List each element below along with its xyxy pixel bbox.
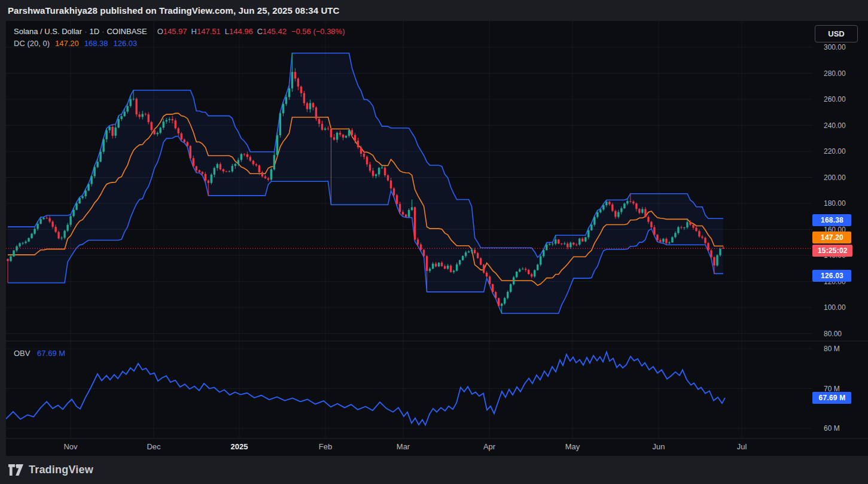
axis-badge-6769M: 67.69 M bbox=[812, 392, 851, 404]
ohlc-value-O: 145.97 bbox=[163, 27, 187, 36]
brand-name[interactable]: TradingView bbox=[29, 464, 93, 476]
price-tick-240: 240.00 bbox=[818, 121, 846, 130]
price-tick-200: 200.00 bbox=[818, 173, 846, 182]
ohlc-value-L: 144.96 bbox=[229, 27, 253, 36]
time-label-Dec[interactable]: Dec bbox=[147, 442, 160, 451]
footer-bar: TradingView bbox=[0, 456, 868, 484]
ohlc-value-H: 147.51 bbox=[197, 27, 221, 36]
time-label-May[interactable]: May bbox=[565, 442, 580, 451]
axis-badge-14720: 147.20 bbox=[812, 232, 851, 243]
chart-widget[interactable]: Solana / U.S. Dollar·1D·COINBASEO145.97H… bbox=[6, 21, 868, 456]
price-tick-300: 300.00 bbox=[818, 43, 846, 51]
ohlc-key-C: C bbox=[257, 27, 263, 36]
symbol-legend[interactable]: Solana / U.S. Dollar·1D·COINBASEO145.97H… bbox=[14, 27, 345, 36]
dc-fill-layer bbox=[8, 53, 723, 313]
tradingview-published-chart: ParshwaTurakhiya28 published on TradingV… bbox=[0, 0, 868, 484]
ohlc-value-C: 145.42 bbox=[263, 27, 287, 36]
obv-indicator-legend[interactable]: OBV 67.69 M bbox=[14, 349, 65, 358]
attribution-text: ParshwaTurakhiya28 published on TradingV… bbox=[8, 0, 340, 21]
price-tick-260: 260.00 bbox=[818, 95, 846, 104]
time-label-Mar[interactable]: Mar bbox=[397, 442, 410, 451]
time-label-Feb[interactable]: Feb bbox=[319, 442, 332, 451]
change-value: −0.56 (−0.38%) bbox=[291, 27, 345, 36]
dc-indicator-legend[interactable]: DC (20, 0)147.20168.38126.03 bbox=[14, 39, 137, 48]
price-tick-280: 280.00 bbox=[818, 69, 846, 78]
price-tick-180: 180.00 bbox=[818, 199, 846, 208]
chart-canvas[interactable] bbox=[6, 21, 868, 456]
dc-value-0: 147.20 bbox=[55, 39, 79, 48]
obv-indicator-name: OBV bbox=[14, 349, 30, 358]
time-label-Nov[interactable]: Nov bbox=[63, 442, 77, 451]
pane-frames bbox=[6, 341, 868, 439]
dc-indicator-values: 147.20168.38126.03 bbox=[50, 39, 137, 48]
ohlc-key-O: O bbox=[157, 27, 163, 36]
currency-toggle-button[interactable]: USD bbox=[815, 25, 858, 42]
tradingview-logo-icon[interactable] bbox=[8, 464, 23, 476]
exchange-label: COINBASE bbox=[106, 27, 147, 36]
dc-indicator-name: DC (20, 0) bbox=[14, 39, 50, 48]
time-label-Apr[interactable]: Apr bbox=[483, 442, 495, 451]
ohlc-values: O145.97H147.51L144.96C145.42 bbox=[153, 27, 287, 36]
time-label-Jun[interactable]: Jun bbox=[653, 442, 665, 451]
time-label-2025[interactable]: 2025 bbox=[231, 442, 248, 451]
ohlc-key-H: H bbox=[191, 27, 197, 36]
symbol-name: Solana / U.S. Dollar bbox=[14, 27, 82, 36]
axis-badge-16838: 168.38 bbox=[812, 214, 851, 226]
obv-tick-80: 80 M bbox=[818, 345, 840, 353]
dc-value-2: 126.03 bbox=[114, 39, 138, 48]
price-tick-80: 80.00 bbox=[818, 330, 842, 338]
price-tick-220: 220.00 bbox=[818, 147, 846, 156]
interval-label: 1D bbox=[90, 27, 100, 36]
obv-indicator-value: 67.69 M bbox=[37, 349, 65, 358]
obv-tick-60: 60 M bbox=[818, 424, 840, 433]
price-tick-100: 100.00 bbox=[818, 303, 846, 312]
axis-badge-152502: 15:25:02 bbox=[812, 245, 852, 257]
axis-badge-12603: 126.03 bbox=[812, 270, 851, 282]
ohlc-key-L: L bbox=[225, 27, 229, 36]
time-label-Jul[interactable]: Jul bbox=[737, 442, 747, 451]
dc-value-1: 168.38 bbox=[84, 39, 108, 48]
